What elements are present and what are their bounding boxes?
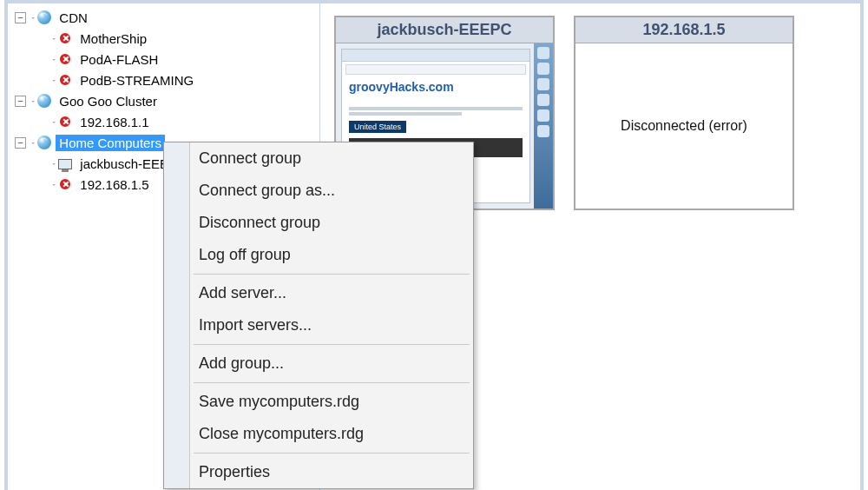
- globe-icon: [36, 10, 52, 25]
- context-menu-separator: [194, 453, 470, 454]
- context-menu: Connect groupConnect group as...Disconne…: [163, 142, 474, 489]
- globe-icon: [36, 135, 52, 150]
- error-icon: [57, 30, 73, 46]
- screenshot-site-title: groovyHacks.com: [349, 80, 523, 94]
- thumbnail-disconnected[interactable]: 192.168.1.5 Disconnected (error): [574, 16, 794, 210]
- context-menu-separator: [194, 382, 470, 383]
- tree-server[interactable]: ··· PodA-FLASH: [36, 49, 319, 70]
- tree-label: PodA-FLASH: [76, 51, 161, 68]
- collapse-icon[interactable]: −: [15, 96, 26, 107]
- context-menu-item[interactable]: Add group...: [164, 348, 473, 380]
- context-menu-item[interactable]: Close mycomputers.rdg: [164, 418, 473, 450]
- error-icon: [57, 51, 73, 67]
- context-menu-item[interactable]: Add server...: [164, 277, 473, 309]
- globe-icon: [36, 93, 52, 109]
- context-menu-item[interactable]: Disconnect group: [164, 207, 473, 239]
- tree-server[interactable]: ··· PodB-STREAMING: [36, 70, 319, 90]
- context-menu-separator: [194, 274, 470, 275]
- error-icon: [57, 176, 73, 192]
- context-menu-separator: [194, 344, 470, 345]
- context-menu-item[interactable]: Import servers...: [164, 309, 473, 341]
- thumbnail-message: Disconnected (error): [575, 43, 792, 209]
- tree-group-googoo[interactable]: − ··· Goo Goo Cluster: [15, 90, 319, 111]
- collapse-icon[interactable]: −: [15, 12, 26, 23]
- tree-label: 192.168.1.5: [76, 176, 152, 193]
- collapse-icon[interactable]: −: [15, 137, 26, 149]
- screenshot-badge: United States: [349, 121, 406, 133]
- monitor-icon: [57, 156, 73, 171]
- tree-label: MotherShip: [76, 30, 150, 47]
- error-icon: [57, 72, 73, 88]
- tree-label: 192.168.1.1: [76, 114, 152, 130]
- context-menu-item[interactable]: Properties: [164, 456, 473, 488]
- error-icon: [57, 114, 73, 129]
- tree-label: PodB-STREAMING: [76, 72, 197, 89]
- tree-label: CDN: [56, 10, 91, 26]
- tree-label: Goo Goo Cluster: [56, 93, 161, 109]
- thumbnail-title: 192.168.1.5: [575, 17, 792, 43]
- tree-label: Home Computers: [56, 135, 165, 151]
- tree-server[interactable]: ··· MotherShip: [36, 28, 319, 49]
- tree-group-cdn[interactable]: − ··· CDN: [15, 7, 319, 28]
- context-menu-item[interactable]: Connect group as...: [164, 175, 473, 207]
- context-menu-item[interactable]: Log off group: [164, 239, 473, 271]
- context-menu-item[interactable]: Connect group: [164, 142, 473, 175]
- thumbnail-title: jackbusch-EEEPC: [336, 17, 553, 43]
- context-menu-item[interactable]: Save mycomputers.rdg: [164, 386, 473, 418]
- tree-server[interactable]: ··· 192.168.1.1: [36, 111, 319, 132]
